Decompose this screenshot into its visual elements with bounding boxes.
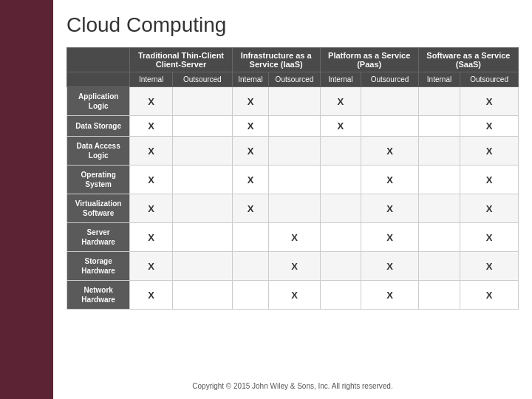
table-cell — [173, 281, 233, 310]
table-cell — [418, 223, 460, 252]
table-cell — [418, 137, 460, 166]
row-label: OperatingSystem — [67, 166, 130, 194]
table-cell — [418, 166, 460, 194]
table-row: OperatingSystemXXXX — [67, 166, 519, 194]
header-row-top: Traditional Thin-ClientClient-Server Inf… — [67, 48, 519, 72]
table-cell — [320, 281, 361, 310]
table-cell: X — [361, 223, 419, 252]
table-row: VirtualizationSoftwareXXXX — [67, 194, 519, 223]
table-cell — [320, 166, 361, 194]
sub-header-outsourced-3: Outsourced — [361, 72, 419, 87]
table-cell — [269, 137, 320, 166]
table-cell: X — [460, 137, 519, 166]
col-group-2: Infrastructure as aService (IaaS) — [232, 48, 320, 72]
header-row-sub: Internal Outsourced Internal Outsourced … — [67, 72, 519, 87]
table-cell: X — [269, 252, 320, 281]
table-cell — [361, 116, 419, 137]
table-cell — [320, 194, 361, 223]
table-cell: X — [361, 137, 419, 166]
table-cell — [173, 137, 233, 166]
table-body: ApplicationLogicXXXXData StorageXXXXData… — [67, 87, 519, 310]
table-wrapper: Traditional Thin-ClientClient-Server Inf… — [66, 47, 519, 378]
table-cell — [232, 223, 269, 252]
table-cell: X — [460, 87, 519, 116]
table-cell: X — [130, 252, 173, 281]
table-cell: X — [130, 137, 173, 166]
table-cell — [418, 87, 460, 116]
table-cell: X — [361, 252, 419, 281]
table-cell — [173, 194, 233, 223]
row-label: Data Storage — [67, 116, 130, 137]
table-row: StorageHardwareXXXX — [67, 252, 519, 281]
empty-header — [67, 48, 130, 72]
col-group-4: Software as a Service(SaaS) — [418, 48, 518, 72]
table-cell: X — [130, 116, 173, 137]
table-cell: X — [460, 116, 519, 137]
table-cell — [320, 223, 361, 252]
table-cell: X — [460, 281, 519, 310]
table-cell: X — [361, 281, 419, 310]
table-cell: X — [460, 252, 519, 281]
table-cell — [361, 87, 419, 116]
sub-header-internal-3: Internal — [320, 72, 361, 87]
table-cell — [418, 252, 460, 281]
table-cell — [173, 223, 233, 252]
table-cell — [173, 116, 233, 137]
table-cell: X — [320, 87, 361, 116]
empty-sub-header — [67, 72, 130, 87]
table-cell: X — [361, 166, 419, 194]
table-cell: X — [130, 166, 173, 194]
comparison-table: Traditional Thin-ClientClient-Server Inf… — [66, 47, 519, 310]
table-cell — [269, 116, 320, 137]
row-label: ApplicationLogic — [67, 87, 130, 116]
sub-header-internal-1: Internal — [130, 72, 173, 87]
table-cell: X — [232, 137, 269, 166]
table-cell — [269, 166, 320, 194]
table-cell — [232, 252, 269, 281]
table-cell — [418, 116, 460, 137]
table-cell: X — [361, 194, 419, 223]
row-label: VirtualizationSoftware — [67, 194, 130, 223]
table-cell: X — [320, 116, 361, 137]
table-cell: X — [232, 87, 269, 116]
content: Cloud Computing Traditional Thin-ClientC… — [53, 0, 532, 399]
table-row: ServerHardwareXXXX — [67, 223, 519, 252]
page-title: Cloud Computing — [66, 13, 519, 37]
table-row: ApplicationLogicXXXX — [67, 87, 519, 116]
col-group-1: Traditional Thin-ClientClient-Server — [130, 48, 232, 72]
left-bar — [0, 0, 53, 399]
table-cell: X — [130, 194, 173, 223]
footer-text: Copyright © 2015 John Wiley & Sons, Inc.… — [66, 378, 519, 393]
table-cell — [320, 137, 361, 166]
row-label: ServerHardware — [67, 223, 130, 252]
table-cell: X — [460, 166, 519, 194]
table-cell — [173, 87, 233, 116]
table-row: Data StorageXXXX — [67, 116, 519, 137]
sub-header-outsourced-1: Outsourced — [173, 72, 233, 87]
row-label: StorageHardware — [67, 252, 130, 281]
table-cell — [269, 87, 320, 116]
table-cell: X — [269, 281, 320, 310]
table-cell: X — [130, 87, 173, 116]
page: Cloud Computing Traditional Thin-ClientC… — [0, 0, 532, 399]
table-row: NetworkHardwareXXXX — [67, 281, 519, 310]
table-cell: X — [232, 166, 269, 194]
sub-header-internal-2: Internal — [232, 72, 269, 87]
table-cell — [269, 194, 320, 223]
table-cell — [418, 281, 460, 310]
table-cell: X — [269, 223, 320, 252]
table-cell — [173, 252, 233, 281]
table-cell — [320, 252, 361, 281]
table-row: Data AccessLogicXXXX — [67, 137, 519, 166]
table-cell: X — [232, 194, 269, 223]
table-cell — [173, 166, 233, 194]
table-cell: X — [130, 281, 173, 310]
table-cell — [418, 194, 460, 223]
table-cell: X — [232, 116, 269, 137]
col-group-3: Platform as a Service(Paas) — [320, 48, 418, 72]
sub-header-outsourced-4: Outsourced — [460, 72, 519, 87]
table-cell — [232, 281, 269, 310]
table-cell: X — [460, 223, 519, 252]
row-label: NetworkHardware — [67, 281, 130, 310]
table-cell: X — [460, 194, 519, 223]
